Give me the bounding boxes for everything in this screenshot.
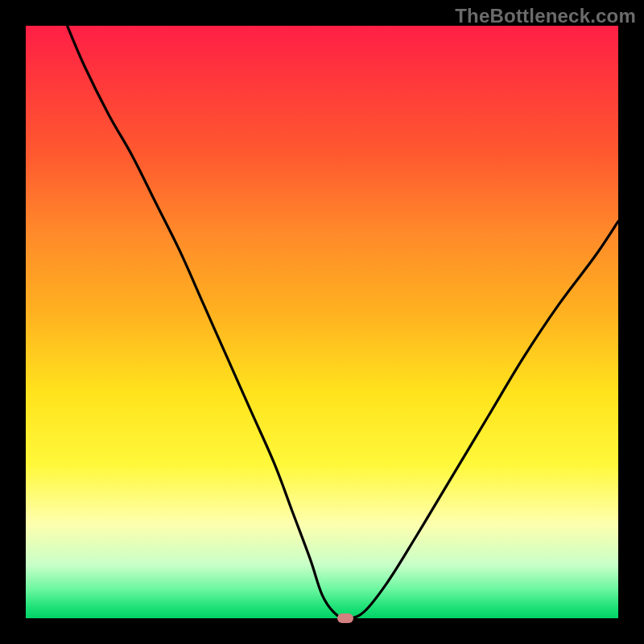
plot-area xyxy=(26,26,618,618)
curve-line xyxy=(26,26,618,618)
watermark-text: TheBottleneck.com xyxy=(455,5,636,27)
min-marker xyxy=(337,613,353,623)
chart-frame: TheBottleneck.com xyxy=(0,0,644,644)
